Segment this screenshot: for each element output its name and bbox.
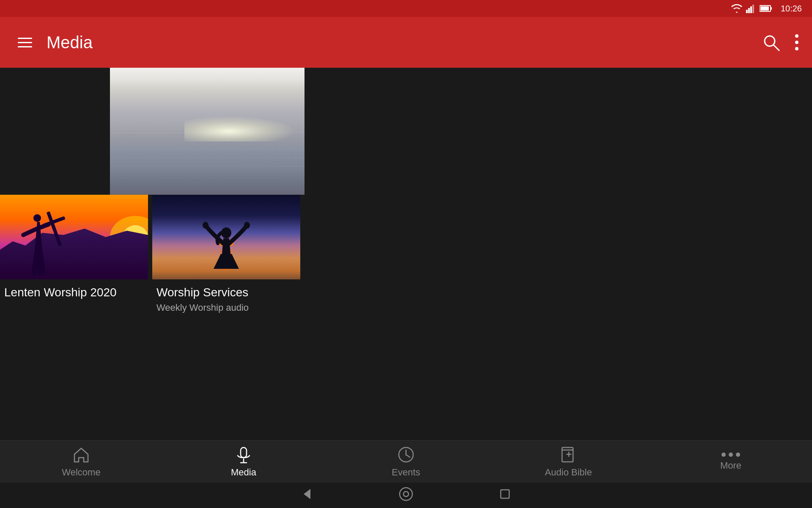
nav-label-media: Media: [231, 467, 256, 478]
search-icon[interactable]: [762, 33, 780, 51]
card-1-title: Lenten Worship 2020: [4, 285, 144, 300]
main-content: Lenten Worship 2020: [0, 68, 812, 440]
home-icon: [72, 446, 90, 464]
app-bar: Media: [0, 17, 812, 68]
home-button[interactable]: [398, 486, 414, 505]
svg-line-35: [406, 455, 410, 457]
svg-point-23: [33, 214, 41, 222]
svg-point-28: [203, 222, 208, 229]
card-2-subtitle: Weekly Worship audio: [156, 302, 296, 313]
card-2-info: Worship Services Weekly Worship audio: [152, 279, 300, 313]
svg-rect-30: [241, 447, 247, 458]
wifi-icon: [731, 4, 743, 13]
mic-icon: [235, 446, 252, 464]
nav-label-events: Events: [392, 467, 420, 478]
nav-item-events[interactable]: Events: [364, 442, 448, 482]
svg-rect-6: [771, 7, 772, 10]
svg-rect-2: [750, 6, 752, 13]
card-worship-services[interactable]: Worship Services Weekly Worship audio: [152, 195, 300, 318]
nav-item-media[interactable]: Media: [201, 442, 286, 482]
signal-icon: [746, 4, 756, 13]
svg-marker-40: [304, 489, 310, 499]
svg-point-42: [403, 491, 409, 497]
battery-icon: [760, 5, 772, 12]
nav-label-more: More: [720, 460, 741, 471]
status-time: 10:26: [781, 4, 802, 14]
more-dots-icon: [721, 453, 740, 457]
menu-button[interactable]: [14, 33, 36, 52]
system-nav-bar: [0, 483, 812, 508]
svg-point-29: [244, 222, 250, 229]
card-1-info: Lenten Worship 2020: [0, 279, 148, 300]
back-button[interactable]: [300, 487, 314, 504]
svg-point-41: [400, 488, 412, 500]
dark-panel-right: [304, 68, 812, 322]
card-2-title: Worship Services: [156, 285, 296, 300]
more-options-button[interactable]: [795, 34, 798, 50]
svg-rect-5: [760, 6, 769, 11]
svg-rect-1: [748, 8, 750, 13]
book-plus-icon: [560, 446, 577, 464]
recents-button[interactable]: [498, 487, 512, 504]
cards-row: Lenten Worship 2020: [0, 195, 300, 318]
nav-label-audio-bible: Audio Bible: [545, 467, 592, 478]
svg-rect-0: [746, 10, 748, 13]
nav-item-welcome[interactable]: Welcome: [39, 442, 123, 482]
nav-label-welcome: Welcome: [62, 467, 100, 478]
svg-rect-3: [752, 5, 754, 13]
card-lenten-worship[interactable]: Lenten Worship 2020: [0, 195, 148, 318]
svg-line-8: [774, 45, 779, 50]
bottom-nav: Welcome Media Events Audio Bible: [0, 440, 812, 483]
svg-rect-43: [501, 490, 509, 498]
nav-item-more[interactable]: More: [689, 448, 773, 475]
status-bar: 10:26: [0, 0, 812, 17]
clock-icon: [397, 446, 415, 464]
nav-item-audio-bible[interactable]: Audio Bible: [526, 442, 611, 482]
app-title: Media: [47, 33, 762, 52]
